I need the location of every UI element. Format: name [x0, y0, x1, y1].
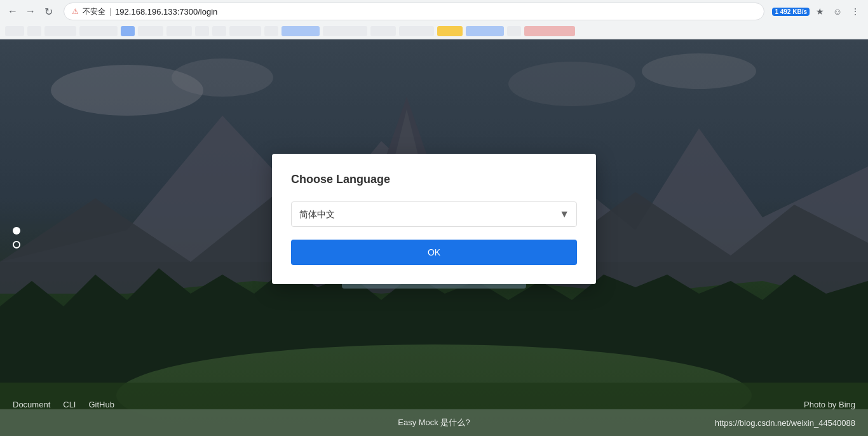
modal-dialog: Choose Language 简体中文 English 繁體中文 ▼ OK	[272, 154, 596, 284]
language-select-wrapper: 简体中文 English 繁體中文 ▼	[291, 201, 577, 227]
extension-badge: 1 492 KB/s	[772, 8, 810, 16]
modal-overlay: Choose Language 简体中文 English 繁體中文 ▼ OK	[0, 39, 868, 436]
menu-button[interactable]: ⋮	[848, 4, 863, 19]
lock-icon: ⚠	[72, 7, 79, 16]
browser-chrome: ← → ↻ ⚠ 不安全 | 192.168.196.133:7300/login…	[0, 0, 868, 39]
ok-button[interactable]: OK	[291, 240, 577, 265]
url-security-label: 不安全	[83, 6, 105, 17]
address-bar[interactable]: ⚠ 不安全 | 192.168.196.133:7300/login	[64, 3, 764, 20]
bookmarks-bar	[0, 23, 868, 39]
back-button[interactable]: ←	[5, 4, 20, 19]
page-background: 开始吧 Choose Language 简体中文 English 繁體中文 ▼ …	[0, 39, 868, 436]
forward-button[interactable]: →	[23, 4, 38, 19]
reload-button[interactable]: ↻	[41, 4, 56, 19]
modal-title: Choose Language	[291, 173, 577, 186]
language-select[interactable]: 简体中文 English 繁體中文	[291, 201, 577, 227]
bookmark-button[interactable]: ★	[812, 4, 827, 19]
browser-toolbar: ← → ↻ ⚠ 不安全 | 192.168.196.133:7300/login…	[0, 0, 868, 23]
profile-button[interactable]: ☺	[830, 4, 845, 19]
toolbar-right: 1 492 KB/s ★ ☺ ⋮	[772, 4, 863, 19]
url-text: 192.168.196.133:7300/login	[115, 7, 217, 17]
